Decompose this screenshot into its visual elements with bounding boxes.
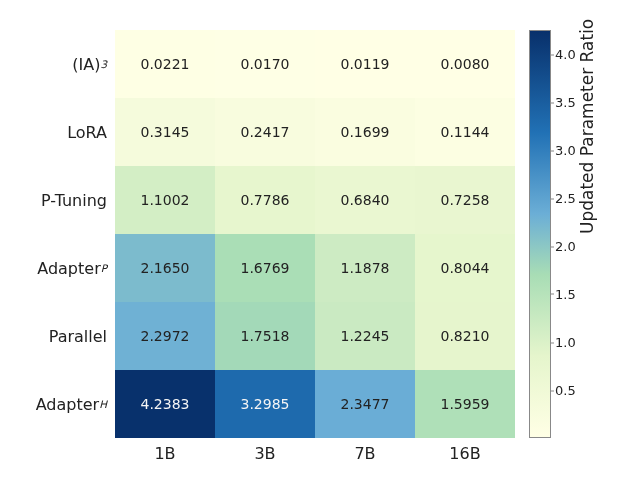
- y-tick-label: AdapterP: [0, 234, 115, 302]
- x-tick-label: 16B: [415, 438, 515, 463]
- heatmap-cell: 0.7786: [215, 166, 315, 234]
- heatmap-cell: 2.1650: [115, 234, 215, 302]
- y-tick-label: Parallel: [0, 302, 115, 370]
- heatmap-cell: 1.1002: [115, 166, 215, 234]
- colorbar-tick: 1.0: [555, 335, 576, 350]
- y-tick-label: LoRA: [0, 98, 115, 166]
- colorbar-tick: 0.5: [555, 383, 576, 398]
- colorbar: 0.51.01.52.02.53.03.54.0: [529, 30, 579, 438]
- colorbar-tick: 4.0: [555, 47, 576, 62]
- heatmap-cell: 0.0080: [415, 30, 515, 98]
- colorbar-title: Updated Parameter Ratio: [577, 19, 597, 234]
- colorbar-tick: 3.0: [555, 143, 576, 158]
- colorbar-tick: 2.0: [555, 239, 576, 254]
- heatmap-cell: 0.2417: [215, 98, 315, 166]
- heatmap-cell: 0.0170: [215, 30, 315, 98]
- y-tick-label: P-Tuning: [0, 166, 115, 234]
- heatmap-cell: 2.2972: [115, 302, 215, 370]
- colorbar-tick: 3.5: [555, 95, 576, 110]
- heatmap-cell: 0.8210: [415, 302, 515, 370]
- heatmap-cell: 0.7258: [415, 166, 515, 234]
- y-axis-labels: (IA)3LoRAP-TuningAdapterPParallelAdapter…: [0, 30, 115, 438]
- heatmap-cell: 0.8044: [415, 234, 515, 302]
- heatmap-cell: 0.3145: [115, 98, 215, 166]
- heatmap-cell: 2.3477: [315, 370, 415, 438]
- heatmap-cell: 4.2383: [115, 370, 215, 438]
- y-tick-label: (IA)3: [0, 30, 115, 98]
- heatmap-cell: 0.0221: [115, 30, 215, 98]
- x-tick-label: 7B: [315, 438, 415, 463]
- heatmap-cell: 1.2245: [315, 302, 415, 370]
- heatmap-cell: 1.6769: [215, 234, 315, 302]
- colorbar-gradient: [529, 30, 551, 438]
- heatmap-plot: (IA)3LoRAP-TuningAdapterPParallelAdapter…: [0, 30, 515, 438]
- colorbar-tick: 1.5: [555, 286, 576, 301]
- heatmap-cell: 1.7518: [215, 302, 315, 370]
- heatmap-grid: 0.02210.01700.01190.00800.31450.24170.16…: [115, 30, 515, 438]
- colorbar-ticks: 0.51.01.52.02.53.03.54.0: [551, 30, 579, 438]
- heatmap-cell: 1.5959: [415, 370, 515, 438]
- x-tick-label: 3B: [215, 438, 315, 463]
- y-tick-label: AdapterH: [0, 370, 115, 438]
- heatmap-cell: 3.2985: [215, 370, 315, 438]
- colorbar-tick: 2.5: [555, 191, 576, 206]
- x-tick-label: 1B: [115, 438, 215, 463]
- heatmap-cell: 0.6840: [315, 166, 415, 234]
- x-axis-labels: 1B3B7B16B: [115, 438, 515, 463]
- heatmap-cell: 0.1699: [315, 98, 415, 166]
- heatmap-cell: 1.1878: [315, 234, 415, 302]
- heatmap-cell: 0.0119: [315, 30, 415, 98]
- heatmap-cell: 0.1144: [415, 98, 515, 166]
